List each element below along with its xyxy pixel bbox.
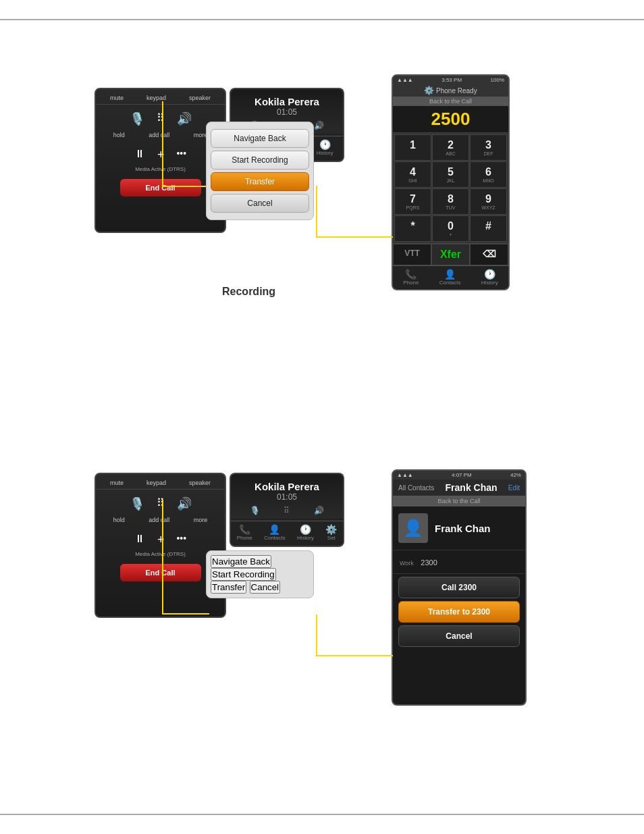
bottom-divider (0, 814, 644, 815)
keypad-label-2: keypad (146, 479, 166, 486)
transfer-btn-1[interactable]: Transfer (211, 172, 309, 191)
dialpad-bottom-row: VTT Xfer ⌫ (393, 243, 508, 265)
nav-bar-2: 📞 Phone 👤 Contacts 🕐 History ⚙️ Set (230, 519, 344, 547)
key-7[interactable]: 7PQRS (394, 188, 431, 215)
nav-phone-dialpad[interactable]: 📞 Phone (403, 269, 419, 286)
history-nav-label: History (481, 280, 498, 286)
mute-icon-2[interactable]: 🎙️ (130, 496, 144, 511)
icons-row-bottom-2: ⏸ + ••• (96, 526, 225, 550)
mute-label: mute (110, 95, 124, 101)
contacts-icon-nav: 👤 (439, 269, 461, 280)
mute-label-2: mute (110, 479, 124, 486)
connector-line-2d (316, 615, 317, 656)
number-value: 2300 (421, 558, 437, 567)
nav-phone-2[interactable]: 📞 Phone (237, 524, 252, 541)
caller-name-1: Kokila Perera (231, 96, 343, 107)
end-call-button-1[interactable]: End Call (120, 179, 201, 197)
back-to-call-1[interactable]: Back to the Call (393, 97, 508, 106)
key-0[interactable]: 0+ (432, 215, 469, 242)
backspace-btn[interactable]: ⌫ (470, 244, 508, 265)
more-menu-2: Navigate Back Start Recording Transfer C… (206, 550, 314, 598)
nav-history-1[interactable]: 🕐 History (317, 139, 333, 156)
cancel-contact-btn[interactable]: Cancel (398, 625, 520, 647)
nav-items-2: 📞 Phone 👤 Contacts 🕐 History ⚙️ Set (231, 521, 343, 544)
history-nav-icon-1: 🕐 (317, 139, 333, 150)
speaker-label: speaker (189, 95, 211, 101)
call-duration-1: 01:05 (231, 107, 343, 117)
dialpad-screen-1: ▲▲▲ 3:53 PM 100% ⚙️ Phone Ready Back to … (392, 74, 510, 290)
call-duration-2: 01:05 (231, 492, 343, 502)
connector-line-2a (162, 613, 209, 615)
more-icon[interactable]: ••• (176, 148, 186, 162)
hold-label-2: hold (113, 517, 125, 523)
transfer-btn-2[interactable]: Transfer (211, 581, 246, 594)
nav-history-label-2: History (297, 535, 314, 541)
signal-icon: ▲▲▲ (397, 77, 413, 83)
key-5[interactable]: 5JKL (432, 161, 469, 188)
speaker-icon-2[interactable]: 🔊 (177, 496, 192, 511)
connector-line-1b (162, 101, 163, 187)
connector-line-2b (162, 500, 163, 615)
history-icon-nav: 🕐 (481, 269, 498, 280)
cancel-btn-1[interactable]: Cancel (211, 194, 309, 213)
phone-nav-icon-2: 📞 (237, 524, 252, 535)
dialed-number-1: 2500 (393, 106, 508, 133)
nav-contacts-2[interactable]: 👤 Contacts (264, 524, 286, 541)
back-to-call-contact[interactable]: Back to the Call (393, 496, 525, 506)
nav-history-label-1: History (317, 150, 333, 156)
contacts-header-bar: All Contacts Frank Chan Edit (393, 479, 525, 496)
xfer-btn[interactable]: Xfer (431, 244, 470, 265)
key-8[interactable]: 8TUV (432, 188, 469, 215)
edit-link[interactable]: Edit (508, 484, 520, 492)
transfer-to-number-btn[interactable]: Transfer to 2300 (398, 601, 520, 623)
mute-icon[interactable]: 🎙️ (130, 111, 144, 126)
nav-settings-2[interactable]: ⚙️ Set (325, 524, 337, 541)
navigate-back-btn-2[interactable]: Navigate Back (211, 555, 271, 568)
section-top: mute keypad speaker 🎙️ ⠿ 🔊 hold add call… (0, 34, 644, 405)
key-star[interactable]: * (394, 215, 431, 242)
nav-phone-label-2: Phone (237, 535, 252, 541)
time-display: 3:53 PM (441, 77, 462, 83)
key-hash[interactable]: # (470, 215, 507, 242)
navigate-back-btn-1[interactable]: Navigate Back (211, 129, 309, 148)
key-2[interactable]: 2ABC (432, 134, 469, 161)
more-menu-1: Navigate Back Start Recording Transfer C… (206, 122, 314, 220)
controls-bar-bottom-2: hold add call more (96, 514, 225, 526)
key-4[interactable]: 4GHI (394, 161, 431, 188)
number-label: Work (400, 560, 414, 567)
key-9[interactable]: 9WXYZ (470, 188, 507, 215)
top-divider (0, 19, 644, 20)
caller-info-panel-2: Kokila Perera 01:05 🎙️ ⠿ 🔊 (230, 473, 344, 520)
nav-history-dialpad[interactable]: 🕐 History (481, 269, 498, 286)
history-nav-icon-2: 🕐 (297, 524, 314, 535)
cancel-btn-2[interactable]: Cancel (250, 581, 281, 594)
speaker-icon[interactable]: 🔊 (177, 111, 192, 126)
contacts-nav-icon-2: 👤 (264, 524, 286, 535)
nav-contacts-dialpad[interactable]: 👤 Contacts (439, 269, 461, 286)
contact-signal-icon: ▲▲▲ (397, 472, 413, 478)
call-speaker-icon-2: 🔊 (314, 506, 324, 515)
hold-icon[interactable]: ⏸ (134, 148, 145, 162)
key-1[interactable]: 1 (394, 134, 431, 161)
nav-history-2[interactable]: 🕐 History (297, 524, 314, 541)
key-3[interactable]: 3DEF (470, 134, 507, 161)
voicemail-btn[interactable]: VTT (393, 244, 431, 265)
call-number-btn[interactable]: Call 2300 (398, 577, 520, 598)
call-speaker-icon: 🔊 (314, 121, 324, 130)
phone-icon-nav: 📞 (403, 269, 419, 280)
dialpad-grid-1: 1 2ABC 3DEF 4GHI 5JKL 6MNO 7PQRS 8TUV 9W… (393, 133, 508, 243)
more-icon-2[interactable]: ••• (176, 533, 186, 547)
addcall-label: add call (149, 132, 169, 138)
all-contacts-label: All Contacts (398, 484, 434, 492)
start-recording-btn-2[interactable]: Start Recording (211, 568, 276, 581)
contact-number-row: Work 2300 (393, 550, 525, 574)
dialpad-status-bar: ▲▲▲ 3:53 PM 100% (393, 76, 508, 84)
end-call-button-2[interactable]: End Call (120, 564, 201, 581)
icons-row-top-2: 🎙️ ⠿ 🔊 (96, 490, 225, 514)
hold-icon-2[interactable]: ⏸ (134, 533, 145, 547)
start-recording-btn-1[interactable]: Start Recording (211, 151, 309, 170)
key-6[interactable]: 6MNO (470, 161, 507, 188)
nav-settings-label-2: Set (325, 535, 337, 541)
keypad-label: keypad (146, 95, 166, 101)
hold-label: hold (113, 132, 125, 138)
